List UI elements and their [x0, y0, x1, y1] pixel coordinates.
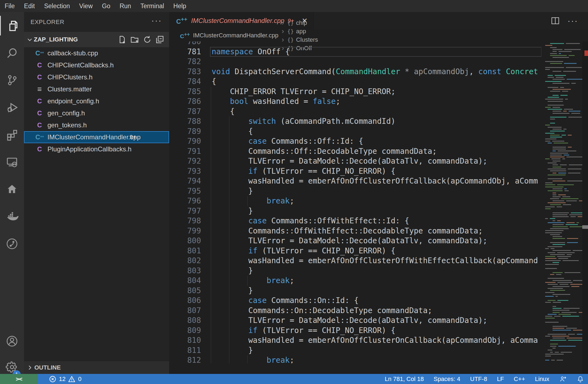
code-line-790[interactable]: 790case Commands::Off::Id: {	[169, 136, 541, 146]
breadcrumb-file[interactable]: IMClusterCommandHandler.cpp	[193, 32, 278, 39]
activity-item-explorer[interactable]	[0, 12, 24, 39]
code-line-810[interactable]: 810wasHandled = emberAfOnOffClusterOnCal…	[169, 335, 541, 346]
line-number[interactable]: 797	[169, 206, 201, 216]
code-line-783[interactable]: 783void DispatchServerCommand(CommandHan…	[169, 67, 541, 77]
code-line-794[interactable]: 794wasHandled = emberAfOnOffClusterOffCa…	[169, 176, 541, 186]
line-number[interactable]: 810	[169, 335, 201, 346]
code-line-811[interactable]: 811}	[169, 346, 541, 356]
line-number[interactable]: 803	[169, 266, 201, 276]
line-number[interactable]: 795	[169, 186, 201, 196]
file-item-gen-tokens-h[interactable]: Cgen_tokens.h	[24, 119, 169, 131]
code-line-803[interactable]: 803}	[169, 266, 541, 276]
code-line-791[interactable]: 791Commands::Off::DecodableType commandD…	[169, 146, 541, 157]
file-item-pluginapplicationcallbacks-h[interactable]: CPluginApplicationCallbacks.h	[24, 143, 169, 155]
line-number[interactable]: 792	[169, 156, 201, 166]
file-item-callback-stub-cpp[interactable]: C++callback-stub.cpp	[24, 47, 169, 59]
code-editor[interactable]: 780781namespace OnOff {782783void Dispat…	[169, 41, 541, 363]
code-line-789[interactable]: 789{	[169, 127, 541, 137]
line-number[interactable]: 782	[169, 57, 201, 67]
line-number[interactable]: 798	[169, 216, 201, 226]
code-line-788[interactable]: 788switch (aCommandPath.mCommandId)	[169, 116, 541, 127]
bell-icon[interactable]	[577, 375, 584, 383]
file-item-clusters-matter[interactable]: ≡Clusters.matter	[24, 83, 169, 95]
file-item-chipclientcallbacks-h[interactable]: CCHIPClientCallbacks.h	[24, 59, 169, 71]
code-line-786[interactable]: 786bool wasHandled = false;	[169, 97, 541, 107]
file-item-endpoint-config-h[interactable]: Cendpoint_config.h	[24, 95, 169, 107]
line-number[interactable]: 791	[169, 146, 201, 157]
code-line-805[interactable]: 805}	[169, 286, 541, 296]
line-number[interactable]: 811	[169, 346, 201, 356]
line-number[interactable]: 781	[169, 47, 201, 57]
activity-item-remote-explorer[interactable]	[0, 148, 24, 176]
feedback-icon[interactable]	[559, 375, 567, 383]
remote-indicator[interactable]: ><	[0, 374, 38, 384]
line-number[interactable]: 783	[169, 67, 201, 77]
code-line-797[interactable]: 797}	[169, 206, 541, 216]
code-line-804[interactable]: 804break;	[169, 276, 541, 286]
file-item-gen-config-h[interactable]: Cgen_config.h	[24, 107, 169, 119]
code-line-792[interactable]: 792TLVError = DataModel::Decode(aDataTlv…	[169, 156, 541, 166]
menu-file[interactable]: File	[0, 0, 19, 12]
line-number[interactable]: 794	[169, 176, 201, 186]
line-number[interactable]: 786	[169, 97, 201, 107]
code-line-800[interactable]: 800TLVError = DataModel::Decode(aDataTlv…	[169, 236, 541, 246]
code-line-799[interactable]: 799Commands::OffWithEffect::DecodableTyp…	[169, 226, 541, 236]
line-number[interactable]: 793	[169, 166, 201, 176]
activity-item-source-control[interactable]	[0, 67, 24, 94]
activity-item-gitlens[interactable]	[0, 230, 24, 257]
overview-ruler[interactable]	[582, 41, 588, 374]
line-number[interactable]: 796	[169, 196, 201, 206]
collapse-all-icon[interactable]	[155, 35, 164, 44]
eol-sequence[interactable]: LF	[497, 376, 504, 383]
line-number[interactable]: 812	[169, 355, 201, 363]
code-line-780[interactable]: 780	[169, 41, 541, 47]
menu-edit[interactable]: Edit	[19, 0, 40, 12]
line-number[interactable]: 784	[169, 77, 201, 87]
line-number[interactable]: 805	[169, 286, 201, 296]
problems-indicator[interactable]: 12 0	[49, 376, 82, 383]
line-number[interactable]: 802	[169, 256, 201, 266]
encoding[interactable]: UTF-8	[470, 376, 487, 383]
line-number[interactable]: 804	[169, 276, 201, 286]
split-editor-icon[interactable]	[551, 16, 560, 25]
code-line-796[interactable]: 796break;	[169, 196, 541, 206]
outline-section-header[interactable]: OUTLINE	[24, 361, 169, 374]
line-number[interactable]: 790	[169, 136, 201, 146]
minimap[interactable]	[544, 41, 582, 363]
platform[interactable]: Linux	[535, 376, 549, 383]
activity-item-docker[interactable]	[0, 203, 24, 230]
menu-view[interactable]: View	[74, 0, 97, 12]
code-line-801[interactable]: 801if (TLVError == CHIP_NO_ERROR) {	[169, 246, 541, 256]
activity-item-home[interactable]	[0, 176, 24, 203]
code-line-808[interactable]: 808TLVError = DataModel::Decode(aDataTlv…	[169, 316, 541, 326]
line-number[interactable]: 799	[169, 226, 201, 236]
scrollbar-thumb[interactable]	[582, 225, 588, 229]
code-line-782[interactable]: 782	[169, 57, 541, 67]
menu-run[interactable]: Run	[115, 0, 136, 12]
line-number[interactable]: 800	[169, 236, 201, 246]
line-number[interactable]: 801	[169, 246, 201, 256]
editor-more-actions-icon[interactable]: ···	[568, 16, 578, 25]
code-line-781[interactable]: 781namespace OnOff {	[169, 47, 541, 57]
line-number[interactable]: 788	[169, 116, 201, 127]
line-number[interactable]: 807	[169, 306, 201, 316]
new-folder-icon[interactable]	[130, 35, 139, 44]
language-mode[interactable]: C++	[514, 376, 525, 383]
code-line-802[interactable]: 802wasHandled = emberAfOnOffClusterOffWi…	[169, 256, 541, 266]
file-item-chipclusters-h[interactable]: CCHIPClusters.h	[24, 71, 169, 83]
breadcrumb-item-chip[interactable]: ›{}chip	[278, 19, 318, 27]
code-line-812[interactable]: 812break;	[169, 355, 541, 363]
code-line-793[interactable]: 793if (TLVError == CHIP_NO_ERROR) {	[169, 166, 541, 176]
explorer-more-icon[interactable]: ···	[151, 16, 162, 25]
code-line-785[interactable]: 785CHIP_ERROR TLVError = CHIP_NO_ERROR;	[169, 87, 541, 97]
line-number[interactable]: 785	[169, 87, 201, 97]
code-line-784[interactable]: 784{	[169, 77, 541, 87]
line-number[interactable]: 808	[169, 316, 201, 326]
menu-terminal[interactable]: Terminal	[136, 0, 169, 12]
activity-item-account[interactable]	[0, 328, 24, 355]
code-line-806[interactable]: 806case Commands::On::Id: {	[169, 296, 541, 306]
breadcrumb-item-app[interactable]: ›{}app	[278, 27, 318, 35]
folder-section-header[interactable]: ZAP_LIGHTING	[24, 32, 169, 47]
code-line-798[interactable]: 798case Commands::OffWithEffect::Id: {	[169, 216, 541, 226]
code-line-795[interactable]: 795}	[169, 186, 541, 196]
